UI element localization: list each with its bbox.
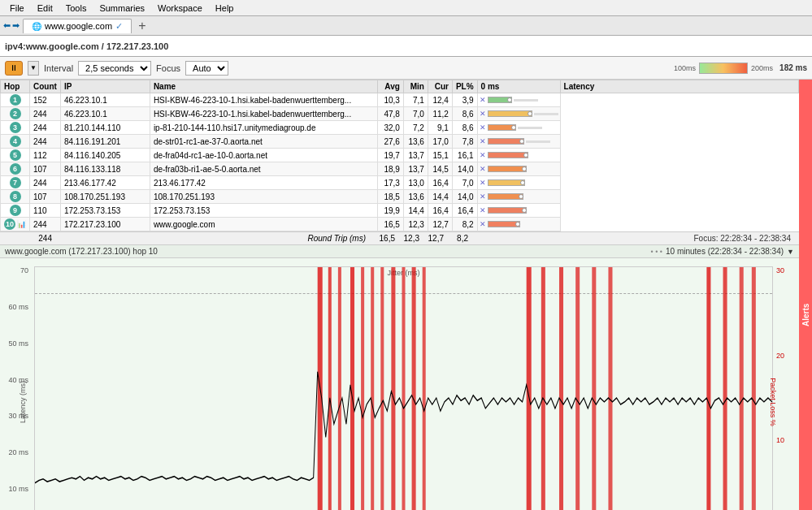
cell-0: 244	[30, 121, 61, 135]
cell-1: 81.210.144.110	[60, 121, 150, 135]
hop-number: 1	[10, 94, 21, 106]
col-count: Count	[30, 80, 61, 93]
cell-6: 16,1	[452, 149, 477, 162]
cell-4: 7,2	[403, 121, 428, 135]
col-0ms: 0 ms	[477, 80, 560, 93]
cell-5: 14,5	[428, 162, 452, 176]
add-tab-button[interactable]: +	[135, 19, 149, 33]
cell-4: 13,6	[403, 190, 428, 204]
cell-1: 84.116.133.118	[60, 162, 150, 176]
focus-label: Focus	[156, 63, 180, 73]
interval-dropdown-arrow[interactable]: ▼	[28, 61, 39, 76]
menu-summaries[interactable]: Summaries	[93, 2, 151, 15]
cell-6: 8,6	[452, 121, 477, 135]
interval-label: Interval	[44, 63, 73, 73]
r-label-30: 30	[775, 266, 799, 274]
cell-2: 213.46.177.42	[150, 176, 377, 190]
svg-rect-7	[391, 267, 395, 510]
tab-google[interactable]: 🌐 www.google.com ✓	[23, 19, 132, 33]
latency-bar-container: ✕	[480, 163, 558, 175]
interval-select[interactable]: 2,5 seconds	[78, 61, 151, 76]
cell-0: 244	[30, 218, 61, 231]
menu-help[interactable]: Help	[209, 2, 241, 15]
latency-dot	[511, 125, 516, 130]
col-hop: Hop	[1, 80, 30, 93]
cell-3: 32,0	[377, 121, 403, 135]
cell-3: 27,6	[377, 135, 403, 149]
cell-0: 107	[30, 190, 61, 204]
hop-number: 8	[10, 191, 21, 202]
cell-1: 172.253.73.153	[60, 204, 150, 218]
latency-x-marker: ✕	[480, 179, 486, 187]
y-label-20: 20 ms	[0, 448, 31, 456]
menu-workspace[interactable]: Workspace	[151, 2, 209, 15]
menu-bar: File Edit Tools Summaries Workspace Help	[0, 0, 812, 16]
cell-1: 84.116.140.205	[60, 149, 150, 162]
latency-dot	[523, 153, 528, 158]
cell-1: 84.116.191.201	[60, 135, 150, 149]
cell-2: HSI-KBW-46-223-10-1.hsi.kabel-badenwuert…	[150, 107, 377, 121]
latency-dot	[522, 166, 527, 171]
hop-cell: 6	[1, 162, 30, 176]
cell-4: 13,0	[403, 176, 428, 190]
cell-1: 46.223.10.1	[60, 107, 150, 121]
hop-number: 4	[10, 136, 21, 147]
col-cur: Cur	[428, 80, 452, 93]
cell-4: 13,7	[403, 162, 428, 176]
y-axis-title: Latency (ms)	[19, 381, 27, 423]
tab-label: www.google.com	[45, 21, 112, 31]
latency-bar-container: ✕	[480, 218, 558, 230]
latency-bar	[488, 138, 524, 145]
pause-button[interactable]: ⏸	[5, 61, 23, 76]
latency-tail	[514, 99, 538, 102]
hop-cell: 10📊	[1, 218, 30, 231]
hop-number: 3	[10, 122, 21, 133]
chart-canvas: Jitter (ms)	[34, 266, 773, 510]
menu-file[interactable]: File	[3, 2, 31, 15]
cell-5: 12,7	[428, 218, 452, 231]
cell-5: 14,4	[428, 190, 452, 204]
table-row: 224446.223.10.1HSI-KBW-46-223-10-1.hsi.k…	[1, 107, 799, 121]
chart-svg	[35, 267, 772, 510]
latency-cell: ✕	[477, 204, 560, 218]
latency-dot	[519, 139, 524, 144]
latency-cell: ✕	[477, 190, 560, 204]
cell-4: 13,6	[403, 135, 428, 149]
cell-6: 14,0	[452, 190, 477, 204]
cell-3: 16,5	[377, 218, 403, 231]
roundtrip-pl: 8,2	[447, 234, 471, 243]
svg-rect-13	[559, 267, 563, 510]
cell-4: 7,1	[403, 93, 428, 107]
cell-1: 172.217.23.100	[60, 218, 150, 231]
table-row: 7244213.46.177.42213.46.177.4217,313,016…	[1, 176, 799, 190]
latency-x-marker: ✕	[480, 123, 486, 132]
cell-2: 172.253.73.153	[150, 204, 377, 218]
cell-3: 18,9	[377, 162, 403, 176]
cell-0: 152	[30, 93, 61, 107]
latency-cell: ✕	[477, 107, 560, 121]
cell-5: 15,1	[428, 149, 452, 162]
menu-tools[interactable]: Tools	[59, 2, 93, 15]
svg-rect-15	[592, 267, 596, 510]
chart-expand-icon[interactable]: ▼	[787, 248, 794, 256]
latency-dot	[528, 111, 532, 116]
legend-gradient	[699, 63, 748, 74]
focus-select[interactable]: Auto	[185, 61, 228, 76]
latency-tail	[518, 127, 542, 129]
latency-bar	[488, 97, 512, 103]
cell-0: 244	[30, 176, 61, 190]
latency-dot	[507, 97, 512, 102]
cell-0: 244	[30, 135, 61, 149]
latency-bar	[488, 110, 532, 117]
hop-cell: 2	[1, 107, 30, 121]
latency-x-marker: ✕	[480, 165, 486, 173]
latency-bar-container: ✕	[480, 177, 558, 188]
cell-4: 7,0	[403, 107, 428, 121]
menu-edit[interactable]: Edit	[31, 2, 59, 15]
tab-icon: 🌐	[32, 22, 41, 31]
svg-rect-2	[338, 267, 341, 510]
latency-x-marker: ✕	[480, 206, 486, 214]
latency-bar	[488, 221, 520, 227]
tab-check: ✓	[115, 21, 123, 32]
roundtrip-label: Round Trip (ms)	[145, 234, 372, 243]
